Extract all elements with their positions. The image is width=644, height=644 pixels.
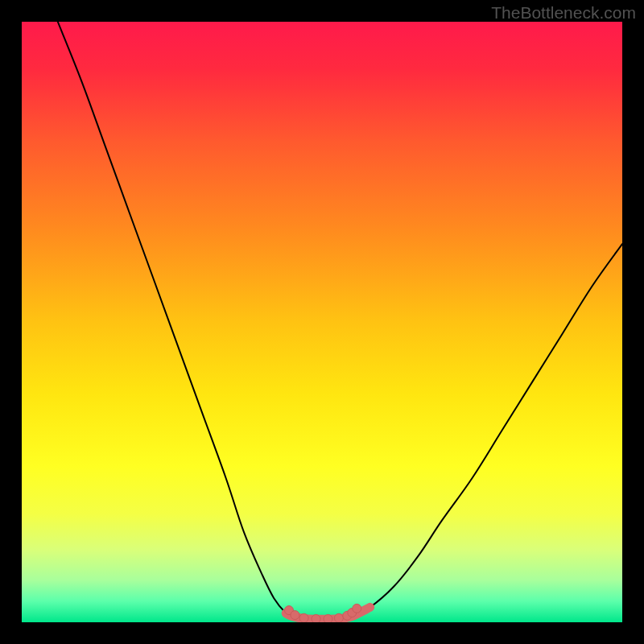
trough-marker-dot (353, 604, 361, 613)
trough-marker-dot (291, 611, 299, 620)
trough-marker-dot (312, 614, 320, 622)
trough-marker-dot (324, 614, 332, 622)
plot-area (22, 22, 622, 622)
trough-marker-dot (299, 613, 308, 622)
watermark-text: TheBottleneck.com (491, 3, 636, 23)
trough-marker-dot (334, 613, 343, 622)
chart-svg (22, 22, 622, 622)
outer-frame: TheBottleneck.com (0, 0, 644, 644)
gradient-background (22, 22, 622, 622)
